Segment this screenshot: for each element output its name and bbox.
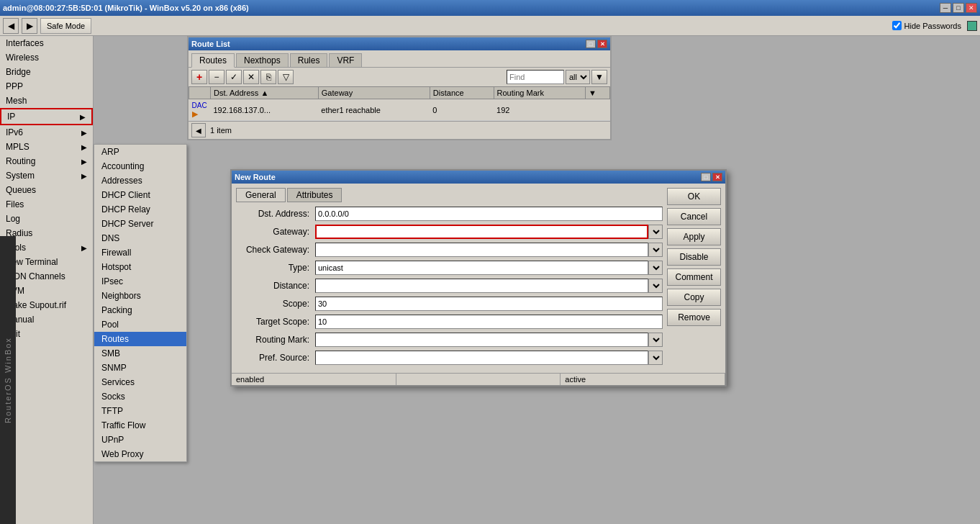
route-find-select[interactable]: all [566,70,590,84]
check-gateway-dropdown[interactable]: ▼ [648,243,663,257]
route-list-close-button[interactable]: ✕ [597,40,607,48]
tab-routes[interactable]: Routes [191,53,235,68]
row-gateway: ether1 reachable [318,99,430,121]
submenu-item-routes[interactable]: Routes [94,332,186,346]
row-dst: 192.168.137.0... [211,99,319,121]
route-remove-button[interactable]: − [209,70,224,84]
submenu-item-accounting[interactable]: Accounting [94,159,186,173]
pref-source-row: Pref. Source: ▼ [236,351,663,365]
disable-button[interactable]: Disable [667,248,721,266]
submenu-item-arp[interactable]: ARP [94,145,186,159]
sidebar-item-bridge[interactable]: Bridge [0,65,93,79]
dialog-tab-general[interactable]: General [236,188,286,202]
apply-button[interactable]: Apply [667,228,721,245]
hide-passwords-checkbox[interactable] [892,21,902,30]
submenu-item-dhcp-relay[interactable]: DHCP Relay [94,202,186,217]
sidebar-item-log[interactable]: Log [0,212,93,226]
submenu-item-dns[interactable]: DNS [94,231,186,245]
route-list-resize-button[interactable]: □ [586,40,596,48]
cancel-button[interactable]: Cancel [667,208,721,225]
submenu-item-snmp[interactable]: SNMP [94,361,186,375]
sidebar-item-ipv6[interactable]: IPv6 ▶ [0,125,93,140]
sidebar-item-mesh[interactable]: Mesh [0,94,93,108]
submenu-item-upnp[interactable]: UPnP [94,433,186,447]
back-button[interactable]: ◀ [3,18,19,34]
target-scope-input[interactable] [315,315,663,329]
remove-button[interactable]: Remove [667,309,721,326]
sidebar-item-routing[interactable]: Routing ▶ [0,154,93,168]
route-disable-button[interactable]: ✕ [243,70,259,84]
tab-vrf[interactable]: VRF [329,53,362,67]
submenu-item-dhcp-client[interactable]: DHCP Client [94,188,186,202]
pref-source-dropdown[interactable]: ▼ [648,351,663,365]
maximize-button[interactable]: □ [953,3,964,13]
submenu-item-addresses[interactable]: Addresses [94,173,186,188]
check-gateway-input[interactable] [315,243,648,257]
dialog-tab-attributes[interactable]: Attributes [287,188,342,202]
col-distance[interactable]: Distance [430,87,494,99]
sidebar-item-wireless[interactable]: Wireless [0,50,93,65]
title-bar-buttons: ─ □ ✕ [940,3,977,13]
distance-label: Distance: [236,281,315,291]
routing-mark-row: Routing Mark: ▼ [236,333,663,347]
submenu-item-firewall[interactable]: Firewall [94,245,186,260]
tab-nexthops[interactable]: Nexthops [236,53,289,67]
submenu-item-ipsec[interactable]: IPsec [94,274,186,289]
check-gateway-row: Check Gateway: ▼ [236,243,663,257]
col-dst[interactable]: Dst. Address ▲ [211,87,319,99]
submenu-item-web-proxy[interactable]: Web Proxy [94,447,186,461]
gateway-row: Gateway: ▼ [236,225,663,239]
comment-button[interactable]: Comment [667,268,721,286]
submenu-item-smb[interactable]: SMB [94,346,186,361]
distance-input[interactable] [315,279,648,293]
tools-arrow-icon: ▶ [81,244,87,252]
submenu-item-dhcp-server[interactable]: DHCP Server [94,217,186,231]
gateway-dropdown[interactable]: ▼ [648,225,663,239]
pref-source-input[interactable] [315,351,648,365]
minimize-button[interactable]: ─ [940,3,951,13]
col-more[interactable]: ▼ [585,87,609,99]
sidebar-item-mpls[interactable]: MPLS ▶ [0,140,93,154]
type-input[interactable] [315,261,648,275]
forward-button[interactable]: ▶ [22,18,37,34]
submenu-item-pool[interactable]: Pool [94,317,186,332]
sidebar-item-ppp[interactable]: PPP [0,79,93,94]
tab-rules[interactable]: Rules [290,53,328,67]
submenu-item-neighbors[interactable]: Neighbors [94,289,186,303]
submenu-item-services[interactable]: Services [94,375,186,389]
dst-address-input[interactable] [315,207,663,221]
sidebar-item-ip[interactable]: IP ▶ [0,108,93,125]
route-find-dropdown-button[interactable]: ▼ [591,70,607,84]
route-filter-button[interactable]: ▽ [278,70,294,84]
sidebar-item-files[interactable]: Files [0,197,93,212]
route-copy-button[interactable]: ⎘ [260,70,276,84]
distance-dropdown[interactable]: ▼ [648,279,663,293]
route-enable-button[interactable]: ✓ [226,70,242,84]
col-routing-mark[interactable]: Routing Mark [494,87,585,99]
routing-mark-dropdown[interactable]: ▼ [648,333,663,347]
title-bar-text: admin@08:00:27:5B:5D:01 (MikroTik) - Win… [3,4,249,12]
type-dropdown[interactable]: ▼ [648,261,663,275]
gateway-input[interactable] [315,225,648,239]
ok-button[interactable]: OK [667,188,721,205]
route-find-input[interactable] [507,70,564,84]
new-route-resize-button[interactable]: □ [701,173,711,181]
copy-button[interactable]: Copy [667,289,721,306]
submenu-item-traffic-flow[interactable]: Traffic Flow [94,418,186,433]
col-gateway[interactable]: Gateway [318,87,430,99]
sidebar-item-interfaces[interactable]: Interfaces [0,36,93,50]
scope-input[interactable] [315,297,663,311]
submenu-item-tftp[interactable]: TFTP [94,404,186,418]
submenu-item-packing[interactable]: Packing [94,303,186,317]
close-button[interactable]: ✕ [966,3,977,13]
table-row[interactable]: DAC ▶ 192.168.137.0... ether1 reachable … [189,99,610,121]
submenu-item-hotspot[interactable]: Hotspot [94,260,186,274]
sidebar-item-queues[interactable]: Queues [0,183,93,197]
submenu-item-socks[interactable]: Socks [94,389,186,404]
routing-mark-input[interactable] [315,333,648,347]
scroll-left-button[interactable]: ◀ [191,123,206,137]
safe-mode-button[interactable]: Safe Mode [40,18,91,34]
route-add-button[interactable]: + [191,70,207,84]
new-route-close-button[interactable]: ✕ [712,173,722,181]
sidebar-item-system[interactable]: System ▶ [0,168,93,183]
